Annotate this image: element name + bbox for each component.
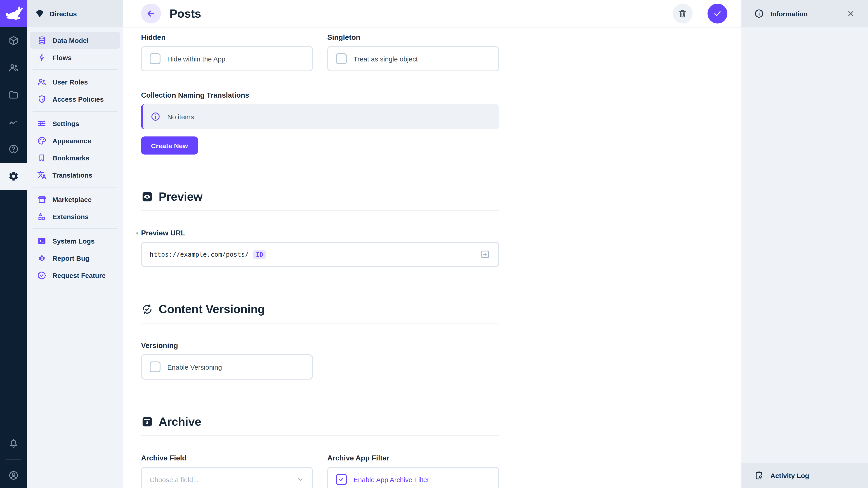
sidebar-item-label: Appearance xyxy=(53,137,91,144)
page-title: Posts xyxy=(169,6,201,21)
module-bar-spacer xyxy=(0,190,27,431)
clipboard-clock-icon xyxy=(754,470,764,480)
sidebar-item-access-policies[interactable]: Access Policies xyxy=(30,90,120,107)
chevron-down-icon xyxy=(296,475,304,484)
singleton-checkbox-box[interactable]: Treat as single object xyxy=(327,46,499,71)
sidebar-item-extensions[interactable]: Extensions xyxy=(30,208,120,225)
create-new-button[interactable]: Create New xyxy=(141,136,198,155)
add-box-icon[interactable] xyxy=(480,249,491,260)
project-fan-icon xyxy=(35,8,45,19)
tune-icon xyxy=(37,119,46,128)
verified-icon xyxy=(37,270,46,280)
cube-icon xyxy=(8,35,19,46)
shield-user-icon xyxy=(37,94,46,104)
help-icon xyxy=(8,144,19,155)
avatar-button[interactable] xyxy=(0,463,27,488)
storefront-icon xyxy=(37,195,46,204)
translate-icon xyxy=(37,170,46,180)
directus-logo[interactable] xyxy=(0,0,27,27)
field-label: Hidden xyxy=(141,33,313,41)
sidebar-item-label: System Logs xyxy=(53,237,95,245)
sidebar-item-label: Data Model xyxy=(53,36,89,44)
sidebar-item-report-bug[interactable]: Report Bug xyxy=(30,250,120,267)
rabbit-icon xyxy=(4,4,24,24)
versioning-section: Content Versioning Versioning Enable Ver… xyxy=(141,302,499,380)
naming-translations-field: Collection Naming Translations No items … xyxy=(141,91,499,155)
sidebar-item-data-model[interactable]: Data Model xyxy=(30,32,120,49)
bell-icon xyxy=(8,438,19,449)
collection-form: Hidden Hide within the App Singleton Tre… xyxy=(141,33,499,488)
project-header[interactable]: Directus xyxy=(27,0,123,27)
insights-icon xyxy=(8,117,19,127)
checkbox-label: Enable Versioning xyxy=(167,363,222,371)
close-sidebar-button[interactable] xyxy=(846,9,855,18)
module-insights[interactable] xyxy=(0,108,27,135)
checkbox-label: Treat as single object xyxy=(353,55,418,63)
select-placeholder: Choose a field... xyxy=(150,476,199,483)
archive-filter-checkbox[interactable] xyxy=(336,474,347,485)
close-icon xyxy=(846,9,855,18)
page-header: Posts xyxy=(123,0,741,27)
singleton-checkbox[interactable] xyxy=(336,53,347,64)
preview-section: Preview Preview URL https://example.com/… xyxy=(141,190,499,267)
field-label: Singleton xyxy=(327,33,499,41)
palette-icon xyxy=(37,136,46,145)
hidden-checkbox[interactable] xyxy=(150,53,160,64)
module-help[interactable] xyxy=(0,135,27,163)
activity-log-button[interactable]: Activity Log xyxy=(741,463,868,488)
notifications-button[interactable] xyxy=(0,431,27,456)
sidebar-item-label: Settings xyxy=(53,120,79,127)
archive-filter-checkbox-box[interactable]: Enable App Archive Filter xyxy=(327,467,499,488)
section-heading: Archive xyxy=(141,415,499,429)
archive-field-select[interactable]: Choose a field... xyxy=(141,467,313,488)
hidden-checkbox-box[interactable]: Hide within the App xyxy=(141,46,313,71)
sidebar-item-marketplace[interactable]: Marketplace xyxy=(30,191,120,208)
id-chip[interactable]: ID xyxy=(253,250,266,259)
sidebar-item-label: Translations xyxy=(53,171,92,179)
content-versioning-icon xyxy=(141,303,153,315)
module-settings[interactable] xyxy=(0,163,27,190)
versioning-checkbox-box[interactable]: Enable Versioning xyxy=(141,354,313,380)
arrow-back-icon xyxy=(146,8,156,19)
terminal-icon xyxy=(37,236,46,246)
users-icon xyxy=(8,62,19,73)
hidden-field: Hidden Hide within the App xyxy=(141,33,313,71)
module-files[interactable] xyxy=(0,81,27,108)
field-label: Collection Naming Translations xyxy=(141,91,499,99)
sidebar-item-flows[interactable]: Flows xyxy=(30,49,120,66)
sidebar-item-label: User Roles xyxy=(53,78,88,86)
no-items-notice: No items xyxy=(141,104,499,129)
sidebar-item-bookmarks[interactable]: Bookmarks xyxy=(30,149,120,166)
sidebar-item-translations[interactable]: Translations xyxy=(30,166,120,184)
sidebar-item-system-logs[interactable]: System Logs xyxy=(30,232,120,250)
section-heading: Content Versioning xyxy=(141,302,499,316)
divider xyxy=(6,459,21,460)
back-button[interactable] xyxy=(141,4,161,24)
singleton-field: Singleton Treat as single object xyxy=(327,33,499,71)
info-sidebar-title: Information xyxy=(770,10,808,18)
versioning-checkbox[interactable] xyxy=(150,361,160,372)
sidebar-item-user-roles[interactable]: User Roles xyxy=(30,73,120,90)
sidebar-item-label: Access Policies xyxy=(53,95,104,103)
sidebar-item-request-feature[interactable]: Request Feature xyxy=(30,267,120,284)
hidden-singleton-row: Hidden Hide within the App Singleton Tre… xyxy=(141,33,499,71)
module-content[interactable] xyxy=(0,27,27,54)
bolt-icon xyxy=(37,53,46,62)
section-heading: Preview xyxy=(141,190,499,204)
preview-url-value: https://example.com/posts/ xyxy=(150,251,249,258)
sidebar-item-appearance[interactable]: Appearance xyxy=(30,132,120,149)
folder-icon xyxy=(8,90,19,100)
sidebar-item-label: Report Bug xyxy=(53,254,89,262)
sidebar-item-label: Flows xyxy=(53,54,72,61)
divider xyxy=(141,323,499,324)
info-sidebar-header[interactable]: Information xyxy=(741,0,868,27)
save-button[interactable] xyxy=(708,4,727,24)
module-users[interactable] xyxy=(0,54,27,81)
delete-collection-button[interactable] xyxy=(673,4,692,24)
preview-icon xyxy=(141,191,153,203)
preview-url-input[interactable]: https://example.com/posts/ ID xyxy=(141,242,499,267)
archive-field: Archive Field Choose a field... xyxy=(141,436,313,488)
no-items-text: No items xyxy=(167,113,194,121)
sidebar-item-settings[interactable]: Settings xyxy=(30,115,120,132)
sidebar-item-label: Extensions xyxy=(53,213,89,220)
